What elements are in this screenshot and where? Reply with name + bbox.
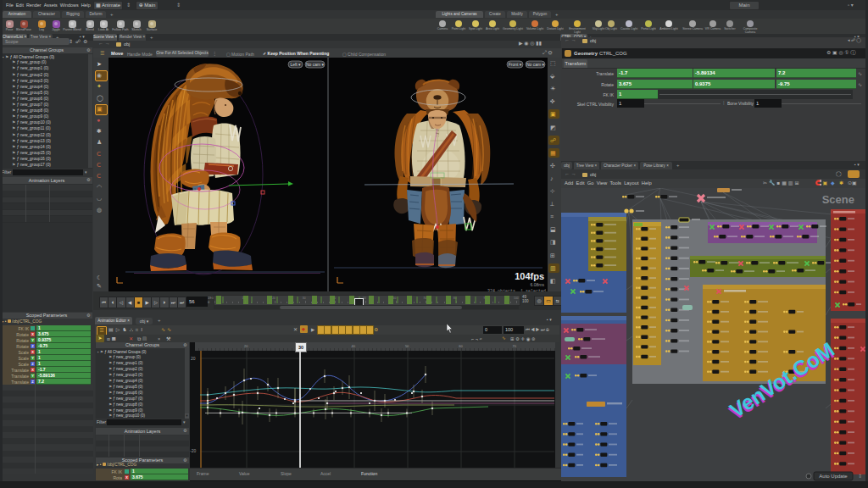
svg-text:⇕: ⇕ bbox=[858, 474, 862, 479]
svg-text:No cam ▾: No cam ▾ bbox=[526, 62, 545, 67]
svg-text:6.08ms: 6.08ms bbox=[531, 282, 545, 287]
svg-text:No cam ▾: No cam ▾ bbox=[306, 62, 325, 67]
svg-text:Scene: Scene bbox=[822, 193, 854, 206]
svg-text:104fps: 104fps bbox=[515, 271, 544, 281]
svg-text:Front ▾: Front ▾ bbox=[509, 62, 522, 67]
svg-text:Left ▾: Left ▾ bbox=[290, 62, 301, 67]
svg-text:Auto Update: Auto Update bbox=[819, 474, 848, 479]
